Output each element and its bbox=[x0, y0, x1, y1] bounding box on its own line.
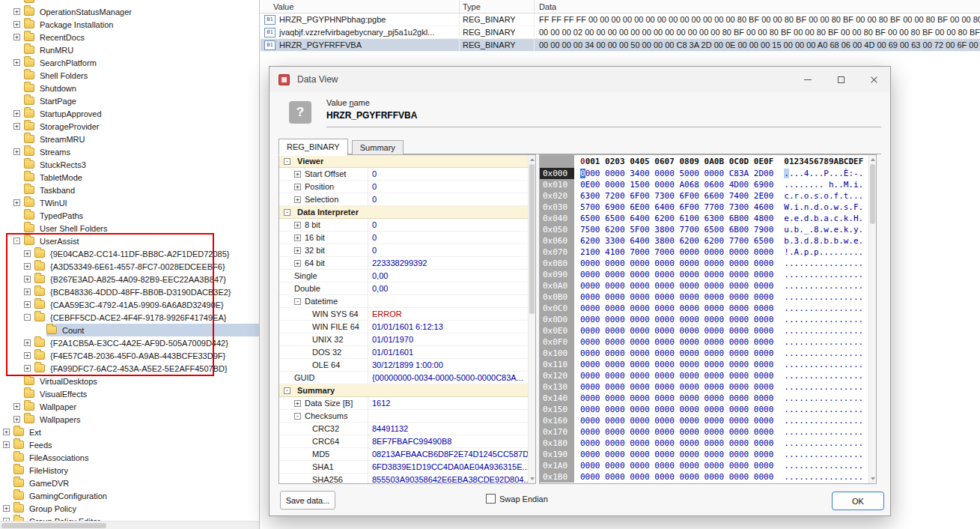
expand-icon[interactable]: + bbox=[24, 365, 31, 372]
tree-item-body[interactable]: {F4E57C4B-2036-45F0-A9AB-443BCFE33D9F} bbox=[34, 349, 259, 362]
expand-icon[interactable]: + bbox=[13, 8, 20, 15]
tree-item[interactable]: RunMRU bbox=[0, 43, 259, 56]
table-row[interactable]: 01HRZR_PGYPHNPbhag:pgbeREG_BINARYFF FF F… bbox=[261, 13, 980, 26]
tree-item[interactable]: +{BCB48336-4DDD-48FF-BB0B-D3190DACB3E2} bbox=[0, 285, 259, 298]
minimize-button[interactable] bbox=[791, 67, 824, 92]
tab-reg-binary[interactable]: REG_BINARY bbox=[279, 139, 348, 156]
hex-row[interactable]: 0x0507500 6200 5F00 3800 7700 6500 6B00 … bbox=[540, 224, 876, 235]
tree-item-body[interactable]: Shutdown bbox=[24, 82, 259, 94]
column-header-type[interactable]: Type bbox=[460, 0, 535, 13]
property-row[interactable]: WIN FILE 6401/01/1601 6:12:13 bbox=[279, 321, 528, 333]
tree-item-body[interactable]: {FA99DFC7-6AC2-453A-A5E2-5E2AFF4507BD} bbox=[34, 362, 259, 375]
tree-item-body[interactable]: TypedPaths bbox=[24, 209, 259, 222]
tree-item[interactable]: +Streams bbox=[0, 145, 259, 158]
tree-item[interactable]: +{FA99DFC7-6AC2-453A-A5E2-5E2AFF4507BD} bbox=[0, 362, 259, 375]
property-row[interactable]: +64 bit223338299392 bbox=[279, 257, 528, 270]
property-row[interactable]: Double0,00 bbox=[279, 282, 528, 295]
hex-row[interactable]: 0x1700000 0000 0000 0000 0000 0000 0000 … bbox=[540, 426, 876, 438]
tree-item-body[interactable]: Shell Folders bbox=[24, 69, 259, 82]
tree-item[interactable]: +Feeds bbox=[0, 438, 259, 451]
hex-row[interactable]: 0x1A00000 0000 0000 0000 0000 0000 0000 … bbox=[540, 460, 876, 471]
property-row[interactable]: OLE 6430/12/1899 1:00:00 bbox=[279, 359, 528, 372]
expand-icon[interactable]: + bbox=[294, 235, 301, 241]
section-row[interactable]: -Data Interpreter bbox=[279, 206, 528, 219]
expand-icon[interactable]: + bbox=[13, 34, 20, 40]
tree-item[interactable]: +Wallpaper bbox=[0, 400, 259, 413]
tree-item[interactable]: +{B267E3AD-A825-4A09-82B9-EEC22AA3B847} bbox=[0, 273, 259, 285]
hex-row[interactable]: 0x1200000 0000 0000 0000 0000 0000 0000 … bbox=[540, 370, 876, 381]
collapse-icon[interactable]: - bbox=[284, 209, 290, 216]
scrollbar-thumb[interactable] bbox=[870, 164, 875, 224]
property-row[interactable]: Single0,00 bbox=[279, 270, 528, 282]
tree-item[interactable]: +{9E04CAB2-CC14-11DF-BB8C-A2F1DED72085} bbox=[0, 247, 259, 260]
scrollbar-thumb[interactable] bbox=[529, 164, 535, 314]
property-row[interactable]: MD508213AFBAACB6D8F2E74D1245CC587D9 bbox=[279, 448, 528, 461]
property-row[interactable]: -Checksums bbox=[279, 410, 528, 423]
tree-item[interactable]: +SearchPlatform bbox=[0, 56, 259, 69]
expand-icon[interactable]: + bbox=[294, 184, 301, 190]
scroll-down-arrow-icon[interactable] bbox=[871, 477, 875, 480]
tree-item-body[interactable]: FileHistory bbox=[13, 464, 259, 477]
tree-item-body[interactable]: SearchPlatform bbox=[24, 56, 259, 69]
tree-item[interactable]: VisualEffects bbox=[0, 387, 259, 400]
hex-row[interactable]: 0x1400000 0000 0000 0000 0000 0000 0000 … bbox=[540, 393, 876, 404]
tree-item-body[interactable]: StreamMRU bbox=[24, 133, 259, 145]
hex-scrollbar[interactable] bbox=[868, 155, 876, 483]
tree-item[interactable]: +Group Policy bbox=[0, 502, 259, 515]
expand-icon[interactable]: + bbox=[294, 247, 301, 254]
tree-item[interactable]: +{F2A1CB5A-E3CC-4A2E-AF9D-505A7009D442} bbox=[0, 336, 259, 349]
property-row[interactable]: GUID{00000000-0034-0000-5000-0000C83A... bbox=[279, 372, 528, 384]
tree-item-body[interactable]: FileAssociations bbox=[13, 451, 259, 464]
table-row[interactable]: 01jvaqbjf.vzzrefvirbagebycnary_pj5a1u2gk… bbox=[261, 26, 980, 39]
hex-row[interactable]: 0x0E00000 0000 0000 0000 0000 0000 0000 … bbox=[540, 325, 876, 336]
property-row[interactable]: SHA16FD3839E1D19CC4DA0AE04A936315E... bbox=[279, 461, 528, 474]
hex-row[interactable]: 0x1900000 0000 0000 0000 0000 0000 0000 … bbox=[540, 449, 876, 460]
swap-endian-control[interactable]: Swap Endian bbox=[486, 494, 548, 504]
hex-row[interactable]: 0x0F00000 0000 0000 0000 0000 0000 0000 … bbox=[540, 336, 876, 348]
tree-item-body[interactable]: OperationStatusManager bbox=[24, 5, 259, 18]
scroll-up-arrow-icon[interactable] bbox=[871, 158, 875, 161]
property-row[interactable]: CRC648EF7FBAFC99490B8 bbox=[279, 435, 528, 448]
hex-row[interactable]: 0x1300000 0000 0000 0000 0000 0000 0000 … bbox=[540, 381, 876, 393]
expand-icon[interactable]: + bbox=[294, 222, 301, 229]
tree-item-body[interactable]: Feeds bbox=[13, 438, 259, 451]
expand-icon[interactable]: + bbox=[13, 416, 20, 423]
tree-item-body[interactable]: VirtualDesktops bbox=[24, 375, 259, 387]
expand-icon[interactable]: + bbox=[3, 505, 10, 512]
tree-item[interactable]: +Ext bbox=[0, 426, 259, 438]
property-row[interactable]: WIN SYS 64ERROR bbox=[279, 308, 528, 321]
tree-item-body[interactable]: GamingConfiguration bbox=[13, 489, 259, 502]
hex-row[interactable]: 0x1B00000 0000 0000 0000 0000 0000 0000 … bbox=[540, 471, 876, 483]
column-header-data[interactable]: Data bbox=[535, 0, 980, 13]
tree-item-body[interactable]: Wallpaper bbox=[24, 400, 259, 413]
tree-item-body[interactable]: StuckRects3 bbox=[24, 158, 259, 171]
tree-item[interactable]: Shell Folders bbox=[0, 69, 259, 82]
tree-item[interactable]: StuckRects3 bbox=[0, 158, 259, 171]
maximize-button[interactable] bbox=[824, 67, 857, 92]
tree-item[interactable]: -{CEBFF5CD-ACE2-4F4F-9178-9926F41749EA} bbox=[0, 311, 259, 324]
scrollbar-thumb[interactable] bbox=[1, 523, 106, 528]
expand-icon[interactable]: + bbox=[294, 196, 301, 203]
tree-item[interactable]: +StorageProvider bbox=[0, 120, 259, 133]
tree-item[interactable]: +{CAA59E3C-4792-41A5-9909-6A6A8D32490E} bbox=[0, 298, 259, 311]
hex-row[interactable]: 0x1600000 0000 0000 0000 0000 0000 0000 … bbox=[540, 415, 876, 426]
tree-item-body[interactable]: {CEBFF5CD-ACE2-4F4F-9178-9926F41749EA} bbox=[34, 311, 259, 324]
tab-summary[interactable]: Summary bbox=[352, 140, 404, 155]
save-data-button[interactable]: Save data... bbox=[280, 491, 335, 510]
tree-item[interactable]: StartPage bbox=[0, 94, 259, 107]
hex-row[interactable]: 0x0C00000 0000 0000 0000 0000 0000 0000 … bbox=[540, 303, 876, 314]
tree-item-body[interactable]: StartPage bbox=[24, 94, 259, 107]
tree-item-body[interactable]: User Shell Folders bbox=[24, 222, 259, 235]
tree-item[interactable]: GamingConfiguration bbox=[0, 489, 259, 502]
tree-item-body[interactable]: GameDVR bbox=[13, 477, 259, 489]
tree-item-body[interactable]: Streams bbox=[24, 145, 259, 158]
expand-icon[interactable]: + bbox=[24, 276, 31, 282]
expand-icon[interactable]: + bbox=[13, 199, 20, 206]
expand-icon[interactable]: + bbox=[24, 352, 31, 359]
expand-icon[interactable]: + bbox=[294, 260, 301, 267]
tree-item-body[interactable]: Package Installation bbox=[24, 18, 259, 31]
tree-item[interactable]: User Shell Folders bbox=[0, 222, 259, 235]
tree-item[interactable]: Shutdown bbox=[0, 82, 259, 94]
expand-icon[interactable]: + bbox=[294, 400, 301, 407]
property-row[interactable]: +Start Offset0 bbox=[279, 168, 528, 181]
